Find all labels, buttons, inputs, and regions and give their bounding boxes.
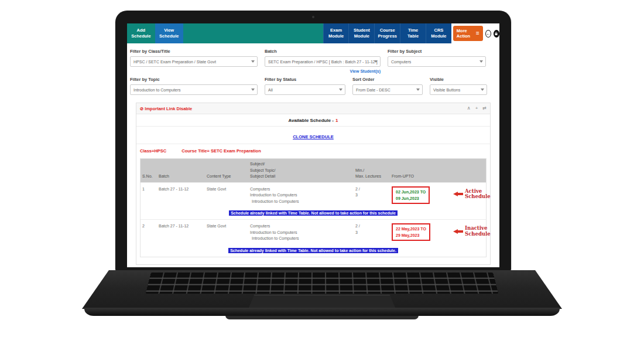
batch-value: SETC Exam Preparation / HPSC [ Batch : B… bbox=[268, 60, 378, 64]
crs-module-button[interactable]: CRS Module bbox=[426, 23, 451, 43]
more-action-button[interactable]: More Action ≡ bbox=[453, 26, 483, 41]
laptop-bezel: Add Schedule View Schedule Exam Module S… bbox=[115, 11, 511, 271]
red-arrow-icon bbox=[453, 229, 458, 234]
header-content-type: Content Type bbox=[205, 159, 248, 182]
add-schedule-button[interactable]: Add Schedule bbox=[127, 23, 155, 43]
panel-header: ⊘ Important Link Disable ∧ + ⇄ bbox=[136, 103, 490, 114]
panel-tools: ∧ + ⇄ bbox=[467, 106, 487, 111]
laptop-mockup: Add Schedule View Schedule Exam Module S… bbox=[0, 0, 644, 337]
navbar-right: More Action ≡ ← bbox=[451, 23, 499, 43]
subject-select[interactable]: Computers bbox=[388, 56, 486, 67]
visible-label: Visible bbox=[430, 77, 487, 82]
visible-value: Visible Buttons bbox=[433, 88, 460, 92]
red-arrow-shaft bbox=[458, 193, 463, 195]
panel-title-text: Important Link Disable bbox=[145, 106, 192, 111]
clone-schedule-link[interactable]: CLONE SCHEDULE bbox=[293, 134, 334, 139]
navbar-spacer bbox=[183, 23, 323, 43]
keyboard-keys bbox=[146, 273, 499, 294]
available-schedule-label: Available Schedule - bbox=[289, 118, 334, 123]
base-notch bbox=[225, 315, 419, 319]
schedule-panel: ⊘ Important Link Disable ∧ + ⇄ Available… bbox=[136, 103, 491, 265]
status-value: All bbox=[268, 88, 273, 92]
chevron-down-icon bbox=[416, 88, 420, 91]
batch-label: Batch bbox=[265, 49, 381, 54]
batch-select[interactable]: SETC Exam Preparation / HPSC [ Batch : B… bbox=[265, 56, 381, 67]
linked-note: Schedule already linked with Time Table.… bbox=[228, 248, 398, 253]
cell-subject: Computers Introduction to Computers Intr… bbox=[248, 221, 354, 244]
course-progress-button[interactable]: Course Progress bbox=[374, 23, 400, 43]
sort-order-label: Sort Order bbox=[352, 77, 423, 82]
chevron-down-icon bbox=[374, 60, 378, 63]
swap-icon[interactable]: ⇄ bbox=[482, 106, 487, 111]
available-schedule-count: 1 bbox=[335, 118, 338, 123]
filter-status-label: Filter by Status bbox=[265, 77, 345, 82]
sort-order-value: From Date - DESC bbox=[356, 88, 390, 92]
view-students-wrap: View Student(s) bbox=[265, 69, 381, 73]
back-icon[interactable]: ← bbox=[485, 30, 491, 38]
annotation-text: Active Schedule bbox=[465, 189, 491, 200]
trackpad bbox=[248, 295, 396, 309]
chevron-down-icon bbox=[479, 60, 483, 63]
filter-topic: Filter by Topic Introduction to Computer… bbox=[130, 77, 258, 95]
hamburger-menu-icon: ≡ bbox=[476, 30, 479, 36]
laptop-base bbox=[82, 270, 562, 322]
filter-subject: Filter by Subject Computers bbox=[388, 49, 486, 73]
cell-content-type: State Govt bbox=[205, 184, 248, 207]
header-from-upto: From-UPTO bbox=[390, 159, 486, 182]
cell-from-upto: 02 Jun,2023 TO 09 Jun,2023 Active Schedu… bbox=[390, 184, 486, 207]
class-title-select[interactable]: HPSC / SETC Exam Preparation / State Gov… bbox=[130, 56, 258, 67]
class-label: Class=HPSC bbox=[140, 148, 166, 154]
sort-order-select[interactable]: From Date - DESC bbox=[352, 84, 423, 95]
more-action-label: More Action bbox=[457, 28, 474, 39]
collapse-icon[interactable]: ∧ bbox=[467, 106, 471, 111]
header-subject: Subject/ Subject Topic/ Subject Detail bbox=[248, 159, 354, 182]
header-min-max: Min./ Max. Lectures bbox=[354, 159, 390, 182]
sort-order: Sort Order From Date - DESC bbox=[352, 77, 423, 95]
filter-topic-label: Filter by Topic bbox=[130, 77, 258, 82]
table-row-active: 1 Batch 27 - 11-12 State Govt Computers … bbox=[141, 182, 486, 209]
annotation-inactive-schedule: Inactive Schedule bbox=[453, 226, 491, 237]
schedule-table: S.No. Batch Content Type Subject/ Subjec… bbox=[140, 158, 487, 257]
course-title-label: Course Title= SETC Exam Preparation bbox=[181, 148, 261, 154]
lock-icon[interactable] bbox=[494, 30, 499, 38]
add-icon[interactable]: + bbox=[475, 106, 478, 111]
app-screen: Add Schedule View Schedule Exam Module S… bbox=[127, 23, 499, 267]
base-front-edge bbox=[84, 308, 560, 316]
time-table-button[interactable]: Time Table bbox=[400, 23, 426, 43]
topic-value: Introduction to Computers bbox=[133, 88, 181, 92]
header-sno: S.No. bbox=[141, 159, 157, 182]
cell-min-max: 2 / 3 bbox=[354, 221, 390, 244]
available-schedule-line: Available Schedule -1 bbox=[136, 114, 490, 127]
topic-select[interactable]: Introduction to Computers bbox=[130, 84, 258, 95]
exam-module-button[interactable]: Exam Module bbox=[323, 23, 349, 43]
linked-note: Schedule already linked with Time Table.… bbox=[229, 210, 398, 216]
top-navbar: Add Schedule View Schedule Exam Module S… bbox=[127, 23, 499, 43]
clone-schedule-line: CLONE SCHEDULE bbox=[136, 127, 490, 144]
keyboard-deck bbox=[82, 270, 562, 309]
class-course-line: Class=HPSC Course Title= SETC Exam Prepa… bbox=[136, 144, 490, 157]
table-header-row: S.No. Batch Content Type Subject/ Subjec… bbox=[141, 159, 486, 182]
cell-batch: Batch 27 - 11-12 bbox=[157, 184, 205, 207]
view-schedule-button[interactable]: View Schedule bbox=[155, 23, 183, 43]
filter-batch: Batch SETC Exam Preparation / HPSC [ Bat… bbox=[265, 49, 381, 73]
note-row: Schedule already linked with Time Table.… bbox=[141, 209, 486, 219]
subject-value: Computers bbox=[391, 60, 411, 64]
cell-from-upto: 22 May,2023 TO 29 May,2023 Inactive Sche… bbox=[390, 221, 486, 244]
note-row: Schedule already linked with Time Table.… bbox=[141, 246, 486, 257]
visible-filter: Visible Visible Buttons bbox=[430, 77, 487, 95]
chevron-down-icon bbox=[481, 88, 484, 91]
class-title-value: HPSC / SETC Exam Preparation / State Gov… bbox=[133, 60, 216, 64]
status-select[interactable]: All bbox=[265, 84, 345, 95]
visible-select[interactable]: Visible Buttons bbox=[430, 84, 487, 95]
annotation-text: Inactive Schedule bbox=[465, 226, 491, 237]
cell-sno: 1 bbox=[141, 184, 157, 207]
header-batch: Batch bbox=[157, 159, 205, 182]
chevron-down-icon bbox=[339, 88, 342, 91]
lock-glyph bbox=[494, 32, 498, 36]
filter-status: Filter by Status All bbox=[265, 77, 345, 95]
view-students-link[interactable]: View Student(s) bbox=[350, 69, 381, 73]
student-module-button[interactable]: Student Module bbox=[348, 23, 374, 43]
filter-class-title: Filter by Class/Title HPSC / SETC Exam P… bbox=[130, 49, 258, 73]
filter-subject-label: Filter by Subject bbox=[388, 49, 486, 54]
webcam-dot bbox=[312, 16, 314, 18]
